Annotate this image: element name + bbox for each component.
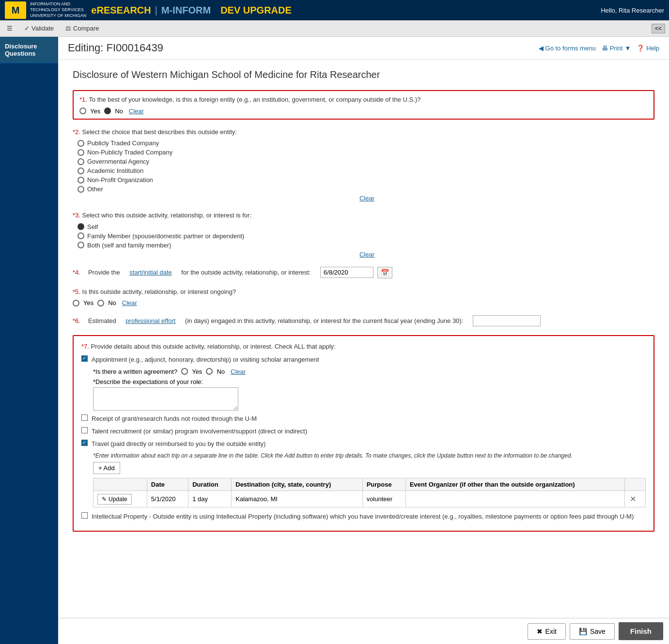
minform-link[interactable]: M-INFORM: [161, 5, 211, 16]
q2-clear-button[interactable]: Clear: [79, 195, 654, 202]
written-agreement-no-label[interactable]: No: [217, 368, 225, 375]
finish-button[interactable]: Finish: [619, 622, 663, 640]
q5-clear-button[interactable]: Clear: [122, 299, 137, 307]
validate-button[interactable]: ✓ Validate: [21, 24, 57, 33]
q1-clear-button[interactable]: Clear: [129, 107, 144, 115]
q3-clear-button[interactable]: Clear: [79, 251, 654, 258]
q2-radio-6[interactable]: [78, 186, 84, 193]
q2-label-2[interactable]: Non-Publicly Traded Company: [87, 149, 172, 156]
eresearch-link[interactable]: eRESEARCH: [91, 5, 151, 16]
professional-effort-link[interactable]: professional effort: [125, 316, 175, 326]
written-agreement-yes-label[interactable]: Yes: [192, 368, 202, 375]
q1-no-radio[interactable]: [104, 107, 111, 114]
q3-radio-3[interactable]: [78, 242, 84, 248]
q1-no-label[interactable]: No: [115, 107, 123, 115]
travel-date-cell: 5/1/2020: [147, 491, 188, 507]
q2-label-3[interactable]: Governmental Agency: [87, 158, 149, 165]
top-navigation: M INFORMATION AND TECHNOLOGY SERVICES UN…: [0, 0, 669, 20]
question-1-block: *1. To the best of your knowledge, is th…: [73, 90, 654, 120]
add-travel-button[interactable]: + Add: [93, 462, 120, 474]
q2-option-3: Governmental Agency: [78, 158, 654, 165]
q5-yes-label[interactable]: Yes: [83, 299, 93, 307]
q7-ip-checkbox[interactable]: [81, 512, 88, 519]
effort-input[interactable]: [473, 315, 541, 326]
q2-label-1[interactable]: Publicly Traded Company: [87, 139, 159, 147]
q3-label-3[interactable]: Both (self and family member): [87, 242, 171, 249]
q7-talent-row: Talent recruitment (or similar) program …: [81, 427, 646, 436]
q2-radio-5[interactable]: [78, 177, 84, 184]
save-button[interactable]: 💾 Save: [570, 623, 615, 640]
q7-appointment-subquestions: *Is there a written agreement? Yes No Cl…: [93, 368, 646, 411]
q1-yes-label[interactable]: Yes: [90, 107, 100, 115]
travel-col-purpose: Purpose: [362, 478, 405, 491]
travel-purpose-cell: volunteer: [362, 491, 405, 507]
compare-button[interactable]: ⚖ Compare: [62, 24, 102, 33]
form-title: Disclosure of Western Michigan School of…: [73, 69, 654, 80]
footer-right-buttons: ✖ Exit 💾 Save Finish: [528, 622, 663, 640]
hamburger-menu-button[interactable]: ☰: [4, 24, 16, 33]
travel-col-organizer: Event Organizer (if other than the outsi…: [405, 478, 624, 491]
q2-option-5: Non-Profit Organization: [78, 176, 654, 184]
q5-no-label[interactable]: No: [108, 299, 116, 307]
q7-travel-label[interactable]: Travel (paid directly or reimbursed to y…: [92, 440, 265, 448]
q2-option-4: Academic Institution: [78, 167, 654, 174]
q7-travel-checkbox[interactable]: [81, 440, 88, 446]
update-travel-button[interactable]: ✎ Update: [97, 494, 132, 505]
describe-role-label: *Describe the expectations of your role:: [93, 378, 203, 385]
question-6-label: *6. Estimated professional effort (in da…: [73, 315, 654, 326]
q3-radio-1[interactable]: [78, 223, 84, 230]
q3-label-1[interactable]: Self: [87, 223, 98, 230]
question-3-label: *3. Select who this outside activity, re…: [73, 211, 654, 220]
calendar-button[interactable]: 📅: [377, 267, 392, 278]
written-agreement-no-radio[interactable]: [206, 368, 213, 375]
q5-yes-radio[interactable]: [73, 300, 79, 307]
q7-appointment-label[interactable]: Appointment (e.g., adjunct, honorary, di…: [92, 355, 319, 364]
q3-option-3: Both (self and family member): [78, 242, 654, 249]
sidebar-item-disclosure[interactable]: Disclosure Questions: [0, 37, 58, 63]
left-arrow-icon: ◀: [539, 45, 544, 52]
q2-radio-2[interactable]: [78, 149, 84, 156]
q2-label-4[interactable]: Academic Institution: [87, 167, 143, 174]
q7-grant-label[interactable]: Receipt of grant/research funds not rout…: [92, 414, 257, 423]
travel-section: *Enter information about each trip on a …: [93, 452, 646, 507]
q7-talent-label[interactable]: Talent recruitment (or similar) program …: [92, 427, 307, 436]
help-link[interactable]: ❓ Help: [637, 45, 659, 52]
start-date-link[interactable]: start/initial date: [129, 268, 171, 277]
written-agreement-clear-button[interactable]: Clear: [231, 368, 246, 375]
q7-appointment-checkbox[interactable]: [81, 355, 88, 362]
q3-label-2[interactable]: Family Member (spouse/domestic partner o…: [87, 232, 244, 240]
footer-buttons: ✖ Exit 💾 Save Finish: [58, 618, 669, 644]
q2-label-6[interactable]: Other: [87, 185, 103, 193]
q2-radio-4[interactable]: [78, 168, 84, 174]
exit-button[interactable]: ✖ Exit: [528, 623, 566, 640]
table-row: ✎ Update 5/1/2020 1 day Kalamazoo, MI vo…: [93, 491, 646, 507]
q7-grant-checkbox[interactable]: [81, 414, 88, 421]
go-to-forms-link[interactable]: ◀ Go to forms menu: [539, 45, 596, 52]
devupgrade-link[interactable]: DEV UPGRADE: [220, 5, 292, 16]
question-7-label: *7. Provide details about this outside a…: [81, 342, 646, 352]
collapse-button[interactable]: <<: [652, 24, 665, 33]
remove-travel-button[interactable]: ✕: [629, 493, 637, 505]
written-agreement-yes-radio[interactable]: [181, 368, 188, 375]
nav-links: eRESEARCH | M-INFORM DEV UPGRADE: [91, 5, 291, 16]
q7-appointment-row: Appointment (e.g., adjunct, honorary, di…: [81, 355, 646, 364]
question-5-block: *5. Is this outside activity, relationsh…: [73, 287, 654, 307]
exit-icon: ✖: [537, 628, 543, 635]
q2-label-5[interactable]: Non-Profit Organization: [87, 176, 153, 184]
q7-ip-label[interactable]: Intellectual Property - Outside entity i…: [92, 512, 634, 521]
describe-role-textarea[interactable]: [93, 387, 238, 411]
travel-table: Date Duration Destination (city, state, …: [93, 478, 646, 507]
nav-separator: |: [155, 5, 157, 16]
travel-col-action: [93, 478, 147, 491]
q3-radio-2[interactable]: [78, 232, 84, 239]
q5-no-radio[interactable]: [97, 300, 104, 307]
print-link[interactable]: 🖶 Print ▼: [602, 45, 631, 52]
q7-talent-checkbox[interactable]: [81, 427, 88, 433]
date-input[interactable]: [320, 267, 373, 278]
question-5-options: Yes No Clear: [73, 299, 654, 307]
q2-radio-3[interactable]: [78, 158, 84, 165]
q2-radio-1[interactable]: [78, 140, 84, 147]
travel-organizer-cell: [405, 491, 624, 507]
question-2-label: *2. Select the choice that best describe…: [73, 127, 654, 137]
q1-yes-radio[interactable]: [79, 107, 86, 114]
